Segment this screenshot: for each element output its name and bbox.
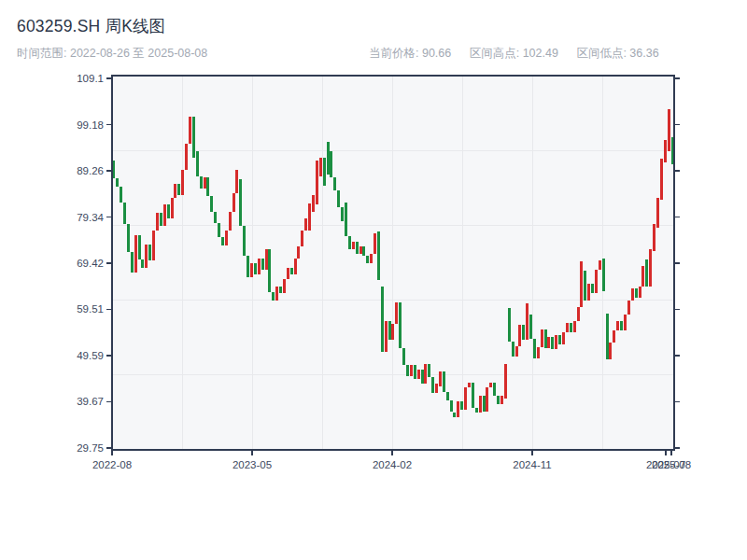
candle-up	[649, 249, 652, 287]
candle-up	[145, 245, 148, 268]
candle-up	[385, 321, 388, 352]
candle-up	[174, 184, 176, 198]
candle-up	[410, 365, 413, 376]
candle-up	[577, 307, 580, 321]
candle-down	[414, 365, 416, 379]
candle-down	[272, 292, 275, 300]
candle-up	[304, 218, 307, 230]
candle-down	[210, 196, 213, 212]
x-axis-tick-label: 2024-11	[513, 459, 551, 470]
candle-down	[570, 323, 572, 332]
candle-down	[453, 413, 456, 417]
candle-down	[356, 242, 359, 253]
candle-up	[308, 203, 311, 231]
candle-up	[613, 330, 615, 343]
candle-up	[297, 246, 300, 258]
x-axis-tick-label: 2023-05	[233, 459, 272, 470]
candle-down	[131, 252, 134, 272]
candle-up	[555, 335, 557, 349]
candle-down	[483, 396, 486, 412]
candle-down	[261, 259, 264, 270]
candle-down	[323, 158, 326, 186]
candle-down	[591, 284, 594, 293]
candle-up	[641, 266, 644, 286]
candle-up	[664, 140, 667, 162]
candle-down	[558, 335, 561, 344]
x-axis-tick-label: 2022-08	[92, 459, 132, 470]
candle-down	[475, 408, 478, 413]
plot-area	[112, 76, 674, 450]
candle-up	[391, 324, 394, 340]
candle-down	[116, 178, 119, 186]
candle-up	[229, 212, 232, 231]
candle-up	[235, 170, 238, 193]
candle-up	[599, 260, 601, 270]
candle-down	[443, 371, 445, 392]
candle-up	[547, 337, 550, 347]
candle-down	[177, 184, 180, 195]
candle-up	[370, 254, 373, 263]
candle-down	[377, 231, 380, 279]
candle-down	[381, 287, 384, 352]
candle-up	[185, 144, 188, 169]
candle-down	[406, 365, 409, 376]
candle-down	[247, 256, 249, 276]
candle-up	[457, 401, 459, 417]
candle-down	[160, 213, 162, 225]
candle-up	[537, 347, 540, 358]
candle-up	[660, 159, 663, 200]
x-axis-tick-label: 2025-08	[652, 459, 691, 470]
candle-down	[345, 203, 347, 236]
candle-up	[156, 213, 159, 230]
kline-chart: 109.199.1889.2679.3469.4259.5149.5939.67…	[0, 0, 747, 560]
candle-up	[417, 370, 420, 379]
candle-down	[497, 396, 500, 403]
y-axis-tick-label: 89.26	[77, 165, 104, 176]
candle-down	[508, 308, 511, 342]
candle-down	[192, 117, 195, 158]
candle-up	[287, 268, 289, 279]
candle-up	[134, 235, 137, 272]
candle-up	[439, 371, 442, 385]
candle-down	[446, 392, 449, 399]
candle-up	[189, 117, 191, 144]
candle-up	[468, 383, 471, 387]
y-axis-tick-label: 49.59	[77, 350, 104, 361]
candle-down	[529, 315, 532, 339]
candle-down	[362, 246, 365, 256]
candle-up	[479, 396, 482, 413]
y-axis-tick-label: 69.42	[77, 258, 104, 269]
y-axis-tick-label: 39.67	[77, 396, 104, 407]
candle-down	[512, 342, 514, 356]
candle-down	[366, 256, 369, 262]
candle-down	[206, 177, 209, 195]
candle-up	[464, 387, 467, 409]
candle-down	[279, 287, 282, 293]
candle-up	[573, 321, 576, 332]
candle-up	[395, 302, 398, 323]
candle-down	[388, 321, 391, 340]
candle-down	[167, 204, 170, 218]
y-axis-tick-label: 59.51	[77, 303, 104, 315]
candle-down	[348, 236, 351, 248]
candle-up	[609, 343, 612, 359]
candle-up	[352, 242, 355, 248]
candle-up	[624, 315, 627, 330]
candle-down	[221, 237, 224, 245]
candle-down	[399, 302, 402, 348]
candle-up	[566, 323, 569, 332]
candle-down	[522, 325, 525, 340]
candle-down	[450, 400, 453, 412]
candle-up	[595, 270, 598, 293]
candle-down	[196, 151, 199, 176]
y-axis-tick-label: 29.75	[77, 442, 104, 454]
candle-down	[602, 259, 605, 290]
candle-up	[225, 231, 228, 245]
candle-up	[541, 329, 543, 347]
candle-down	[544, 329, 547, 348]
candle-up	[435, 384, 438, 393]
candle-down	[551, 337, 554, 348]
candle-up	[518, 325, 521, 346]
candle-up	[250, 263, 253, 277]
candle-up	[500, 396, 503, 404]
